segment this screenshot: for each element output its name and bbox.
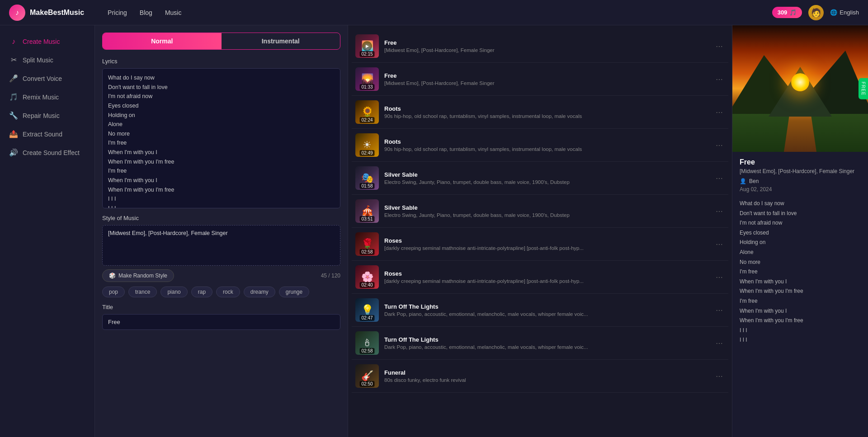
song-duration: 02:50	[359, 381, 374, 387]
detail-date: Aug 02, 2024	[740, 186, 861, 193]
style-label: Style of Music	[102, 215, 340, 221]
song-row[interactable]: 🌹 02:58 Roses [darkly creeping seminal m…	[352, 228, 728, 261]
sidebar-item-label-extract: Extract Sound	[23, 131, 62, 138]
sidebar-item-label-repair: Repair Music	[23, 112, 60, 119]
sidebar-item-extract-sound[interactable]: 📤 Extract Sound	[0, 125, 94, 143]
song-row[interactable]: 🌅 ▶ 02:15 Free [Midwest Emo], [Post-Hard…	[352, 30, 728, 63]
song-duration: 02:47	[359, 315, 374, 321]
detail-info: Free [Midwest Emo], [Post-Hardcore], Fem…	[732, 152, 868, 352]
song-tags: Electro Swing, Jaunty, Piano, trumpet, d…	[384, 179, 708, 185]
sidebar-item-convert-voice[interactable]: 🎤 Convert Voice	[0, 69, 94, 88]
sidebar-item-create-music[interactable]: ♪ Create Music	[0, 33, 94, 51]
song-row[interactable]: 🕯 02:58 Turn Off The Lights Dark Pop, pi…	[352, 327, 728, 360]
song-more-button[interactable]: ⋯	[714, 337, 725, 349]
random-style-label: Make Random Style	[118, 273, 167, 279]
char-count: 45 / 120	[321, 273, 340, 279]
song-more-button[interactable]: ⋯	[714, 370, 725, 382]
play-overlay: ▶	[362, 41, 372, 51]
style-input[interactable]: [Midwest Emo], [Post-Hardcore], Female S…	[102, 225, 340, 266]
song-title: Free	[384, 39, 708, 46]
sidebar-item-label-create: Create Music	[23, 38, 60, 45]
credits-count: 309	[778, 9, 788, 16]
song-more-button[interactable]: ⋯	[714, 238, 725, 250]
song-tags: 90s hip-hop, old school rap, turntablism…	[384, 113, 708, 119]
song-duration: 02:40	[359, 282, 374, 288]
dice-icon: 🎲	[109, 273, 116, 279]
mode-tabs: Normal Instrumental	[102, 33, 340, 50]
song-more-button[interactable]: ⋯	[714, 40, 725, 52]
convert-voice-icon: 🎤	[9, 74, 18, 83]
tag-dreamy[interactable]: dreamy	[244, 287, 275, 297]
sidebar-item-remix-music[interactable]: 🎵 Remix Music	[0, 88, 94, 106]
create-panel: Normal Instrumental Lyrics What do I say…	[95, 25, 348, 437]
song-title: Turn Off The Lights	[384, 336, 708, 343]
title-input[interactable]	[102, 314, 340, 330]
detail-song-tags: [Midwest Emo], [Post-Hardcore], Female S…	[740, 168, 861, 174]
sidebar-item-label-split: Split Music	[23, 56, 53, 64]
music-note-icon: 🎵	[789, 9, 797, 16]
credits-badge[interactable]: 309 🎵	[772, 7, 802, 18]
song-info: Roots 90s hip-hop, old school rap, turnt…	[384, 138, 708, 152]
song-row[interactable]: 💡 02:47 Turn Off The Lights Dark Pop, pi…	[352, 294, 728, 327]
song-row[interactable]: 🎪 03:51 Silver Sable Electro Swing, Jaun…	[352, 195, 728, 228]
lyrics-textarea[interactable]: What do I say now Don't want to fall in …	[102, 68, 340, 208]
user-avatar[interactable]: 🧑	[808, 5, 824, 20]
tag-rock[interactable]: rock	[216, 287, 240, 297]
song-row[interactable]: 🌸 02:40 Roses [darkly creeping seminal m…	[352, 261, 728, 294]
sound-effect-icon: 🔊	[9, 148, 18, 157]
nav-links: Pricing Blog Music	[108, 9, 181, 16]
songs-panel: 🌅 ▶ 02:15 Free [Midwest Emo], [Post-Hard…	[348, 25, 732, 437]
repair-music-icon: 🔧	[9, 111, 18, 120]
blog-link[interactable]: Blog	[140, 9, 152, 16]
song-info: Free [Midwest Emo], [Post-Hardcore], Fem…	[384, 39, 708, 53]
song-row[interactable]: 🌄 01:33 Free [Midwest Emo], [Post-Hardco…	[352, 63, 728, 96]
pricing-link[interactable]: Pricing	[108, 9, 127, 16]
sidebar-item-split-music[interactable]: ✂ Split Music	[0, 51, 94, 69]
tag-trance[interactable]: trance	[128, 287, 157, 297]
random-style-button[interactable]: 🎲 Make Random Style	[102, 269, 174, 282]
song-row[interactable]: 🎸 02:50 Funeral 80s disco funky, electro…	[352, 360, 728, 393]
song-title: Silver Sable	[384, 204, 708, 211]
song-more-button[interactable]: ⋯	[714, 73, 725, 85]
tag-pop[interactable]: pop	[102, 287, 125, 297]
music-link[interactable]: Music	[165, 9, 182, 16]
song-thumbnail: 🎸 02:50	[355, 364, 379, 388]
song-tags: [darkly creeping seminal mathnoise anti-…	[384, 245, 708, 251]
extract-sound-icon: 📤	[9, 130, 18, 138]
song-more-button[interactable]: ⋯	[714, 205, 725, 217]
song-duration: 02:49	[359, 150, 374, 156]
cover-badge[interactable]: FREE	[859, 78, 868, 99]
sidebar-item-create-sound-effect[interactable]: 🔊 Create Sound Effect	[0, 143, 94, 162]
create-music-icon: ♪	[9, 38, 18, 46]
tag-rap[interactable]: rap	[191, 287, 212, 297]
song-thumbnail: 🌻 02:24	[355, 100, 379, 124]
song-row[interactable]: ☀ 02:49 Roots 90s hip-hop, old school ra…	[352, 129, 728, 162]
logo-area[interactable]: ♪ MakeBestMusic	[9, 5, 84, 21]
lyrics-label: Lyrics	[102, 58, 340, 65]
song-more-button[interactable]: ⋯	[714, 271, 725, 283]
song-info: Turn Off The Lights Dark Pop, piano, acc…	[384, 336, 708, 350]
song-duration: 02:15	[359, 51, 374, 57]
song-row[interactable]: 🌻 02:24 Roots 90s hip-hop, old school ra…	[352, 96, 728, 129]
song-row[interactable]: 🎭 01:58 Silver Sable Electro Swing, Jaun…	[352, 162, 728, 195]
song-more-button[interactable]: ⋯	[714, 106, 725, 118]
song-info: Funeral 80s disco funky, electro funk re…	[384, 369, 708, 383]
song-duration: 01:58	[359, 183, 374, 189]
song-title: Roses	[384, 237, 708, 244]
song-duration: 02:58	[359, 249, 374, 255]
language-button[interactable]: 🌐 English	[830, 9, 859, 16]
song-thumbnail: 🌹 02:58	[355, 232, 379, 256]
tab-instrumental[interactable]: Instrumental	[222, 33, 340, 49]
song-more-button[interactable]: ⋯	[714, 304, 725, 316]
tag-piano[interactable]: piano	[160, 287, 187, 297]
song-more-button[interactable]: ⋯	[714, 139, 725, 151]
song-more-button[interactable]: ⋯	[714, 172, 725, 184]
song-info: Silver Sable Electro Swing, Jaunty, Pian…	[384, 171, 708, 185]
tag-grunge[interactable]: grunge	[279, 287, 309, 297]
detail-cover: FREE	[732, 25, 868, 152]
tab-normal[interactable]: Normal	[103, 33, 222, 49]
app-name: MakeBestMusic	[30, 9, 84, 17]
sidebar-item-repair-music[interactable]: 🔧 Repair Music	[0, 106, 94, 125]
song-duration: 02:58	[359, 348, 374, 354]
song-thumbnail: 🌄 01:33	[355, 67, 379, 91]
